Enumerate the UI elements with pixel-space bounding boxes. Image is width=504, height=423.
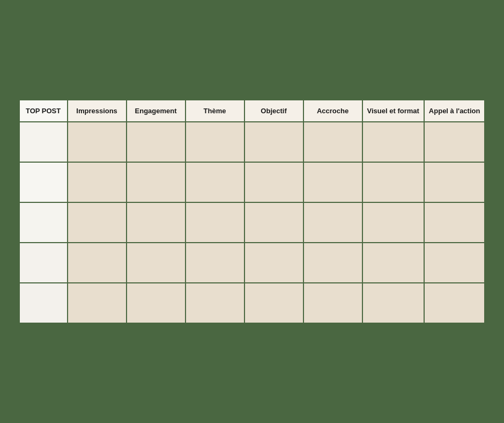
cell-appel-5 [424, 283, 485, 323]
cell-visuel-1 [362, 122, 424, 162]
cell-accroche-2 [303, 162, 362, 202]
cell-appel-4 [424, 243, 485, 283]
cell-visuel-2 [362, 162, 424, 202]
cell-impressions-5 [68, 283, 127, 323]
data-table: TOP POST Impressions Engagement Thème Ob… [19, 99, 486, 324]
cell-appel-1 [424, 122, 485, 162]
col-header-appel: Appel à l'action [424, 100, 485, 122]
table-row [19, 162, 485, 202]
cell-accroche-1 [303, 122, 362, 162]
col-header-visuel: Visuel et format [362, 100, 424, 122]
cell-visuel-3 [362, 202, 424, 243]
header-row: TOP POST Impressions Engagement Thème Ob… [19, 100, 485, 122]
cell-objectif-2 [244, 162, 303, 202]
cell-top-post-4 [19, 243, 68, 283]
cell-objectif-5 [244, 283, 303, 323]
cell-top-post-3 [19, 202, 68, 243]
cell-theme-4 [186, 243, 244, 283]
col-header-top-post: TOP POST [19, 100, 68, 122]
cell-top-post-1 [19, 122, 68, 162]
cell-impressions-1 [68, 122, 127, 162]
cell-theme-5 [186, 283, 244, 323]
cell-objectif-4 [244, 243, 303, 283]
col-header-accroche: Accroche [303, 100, 362, 122]
cell-engagement-4 [127, 243, 186, 283]
cell-engagement-1 [127, 122, 186, 162]
cell-top-post-2 [19, 162, 68, 202]
cell-impressions-3 [68, 202, 127, 243]
cell-theme-3 [186, 202, 244, 243]
cell-visuel-5 [362, 283, 424, 323]
cell-objectif-3 [244, 202, 303, 243]
table-row [19, 202, 485, 243]
cell-appel-2 [424, 162, 485, 202]
cell-engagement-3 [127, 202, 186, 243]
table-row [19, 243, 485, 283]
cell-impressions-2 [68, 162, 127, 202]
cell-accroche-3 [303, 202, 362, 243]
col-header-impressions: Impressions [68, 100, 127, 122]
cell-top-post-5 [19, 283, 68, 323]
col-header-engagement: Engagement [127, 100, 186, 122]
cell-impressions-4 [68, 243, 127, 283]
cell-engagement-5 [127, 283, 186, 323]
cell-engagement-2 [127, 162, 186, 202]
cell-visuel-4 [362, 243, 424, 283]
table-row [19, 122, 485, 162]
cell-theme-2 [186, 162, 244, 202]
cell-accroche-5 [303, 283, 362, 323]
table-container: TOP POST Impressions Engagement Thème Ob… [8, 89, 496, 334]
cell-appel-3 [424, 202, 485, 243]
cell-theme-1 [186, 122, 244, 162]
col-header-objectif: Objectif [244, 100, 303, 122]
col-header-theme: Thème [186, 100, 244, 122]
table-row [19, 283, 485, 323]
cell-accroche-4 [303, 243, 362, 283]
cell-objectif-1 [244, 122, 303, 162]
